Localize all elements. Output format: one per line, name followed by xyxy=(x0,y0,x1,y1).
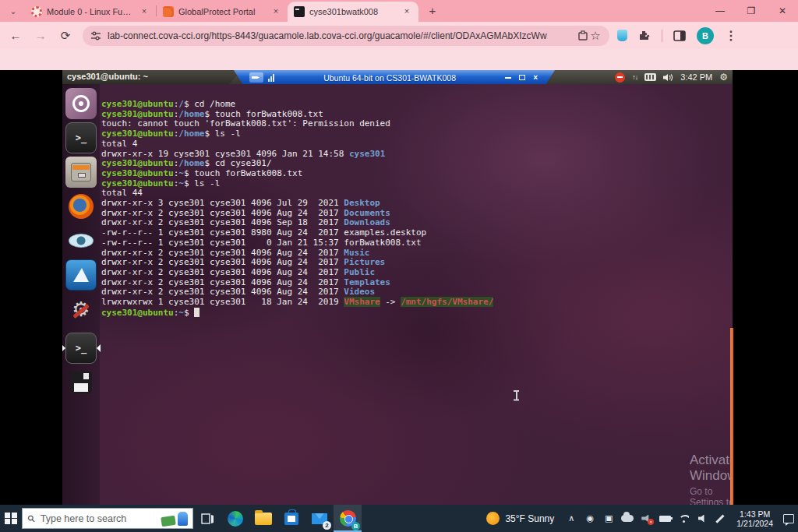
terminal-favicon-icon xyxy=(294,6,305,17)
terminal-window-title: cyse301@ubuntu: ~ xyxy=(67,72,148,81)
url-text: lab-connect.cova-cci.org/https-8443/guac… xyxy=(108,30,577,41)
sun-weather-icon xyxy=(486,512,500,525)
ubuntu-panel-tray: ↑↓ 3:42 PM ⚙ xyxy=(615,70,728,84)
orange-scrollbar[interactable] xyxy=(730,328,733,505)
floppy-disk-icon[interactable] xyxy=(65,367,97,398)
dash-home-icon[interactable] xyxy=(65,88,97,119)
vmware-tray-icon[interactable]: ▣ xyxy=(599,505,618,532)
save-share-icon[interactable] xyxy=(577,30,589,42)
file-explorer-icon[interactable] xyxy=(249,505,277,532)
vmware-pin-icon[interactable] xyxy=(249,72,263,83)
vmware-signal-icon xyxy=(268,74,274,82)
weather-text: 35°F Sunny xyxy=(505,513,554,524)
windows-logo-icon xyxy=(5,513,17,525)
tab-globalprotect[interactable]: GlobalProtect Portal × xyxy=(157,2,288,22)
remote-desktop-display[interactable]: cyse301@ubuntu: ~ ↑↓ 3:42 PM ⚙ Ubuntu 64… xyxy=(62,70,733,505)
password-extension-icon[interactable] xyxy=(617,30,627,41)
tab-search-button[interactable]: ⌄ xyxy=(6,4,20,18)
reload-button[interactable]: ⟳ xyxy=(56,26,75,45)
vmware-session-title: Ubuntu 64-bit on CS301-BWATK008 xyxy=(274,73,505,83)
keyboard-layout-icon[interactable] xyxy=(644,73,656,81)
action-center-icon[interactable] xyxy=(779,505,798,532)
network-arrows-icon[interactable]: ↑↓ xyxy=(632,73,637,81)
back-button[interactable]: ← xyxy=(6,26,25,45)
tab-guacamole-active[interactable]: cyse301bwatk008 × xyxy=(288,2,418,22)
forward-button[interactable]: → xyxy=(31,26,50,45)
terminal-launcher-icon[interactable]: >_ xyxy=(65,122,97,153)
update-notifier-icon[interactable] xyxy=(615,72,625,83)
toolbar-right-icons: B ⋮ xyxy=(617,27,737,44)
tab-close-icon[interactable]: × xyxy=(270,6,281,17)
edge-icon[interactable] xyxy=(221,505,249,532)
vmware-minimize-button[interactable] xyxy=(505,77,511,79)
unity-launcher: >_ ⚙ >_ xyxy=(62,84,100,505)
taskbar-clock[interactable]: 1:43 PM 1/21/2024 xyxy=(730,509,779,528)
browser-toolbar: ← → ⟳ lab-connect.cova-cci.org/https-844… xyxy=(0,22,798,49)
ubuntu-desktop[interactable]: >_ ⚙ >_ cyse301@ubuntu:/$ cd /homecyse30… xyxy=(62,84,733,505)
ubuntu-clock[interactable]: 3:42 PM xyxy=(680,72,712,82)
menu-kebab-icon[interactable]: ⋮ xyxy=(725,30,737,42)
address-bar[interactable]: lab-connect.cova-cci.org/https-8443/guac… xyxy=(83,26,609,46)
bookmark-star-icon[interactable]: ☆ xyxy=(589,30,602,42)
clock-time: 1:43 PM xyxy=(736,509,773,519)
terminal-output[interactable]: cyse301@ubuntu:/$ cd /homecyse301@ubuntu… xyxy=(101,100,493,318)
search-icon: ⚲ xyxy=(25,512,37,524)
tab-title: Module 0 - Linux Fundamental xyxy=(47,7,134,16)
system-tools-icon[interactable]: ⚙ xyxy=(65,294,97,325)
browser-tab-strip: ⌄ Module 0 - Linux Fundamental × GlobalP… xyxy=(0,0,798,22)
vmware-restore-button[interactable] xyxy=(519,75,525,80)
file-manager-icon[interactable] xyxy=(65,157,97,188)
window-minimize-button[interactable]: — xyxy=(704,0,736,22)
taskbar-search-input[interactable]: ⚲ Type here to search xyxy=(22,508,193,529)
microsoft-store-icon[interactable] xyxy=(277,505,305,532)
chrome-profile-badge: B xyxy=(351,522,360,530)
watermark-line1: Activate Windows xyxy=(690,453,733,484)
wifi-icon[interactable] xyxy=(674,505,693,532)
firefox-icon[interactable] xyxy=(65,191,97,222)
window-controls: — ❐ ✕ xyxy=(704,0,798,22)
audio-device-error-icon[interactable]: × xyxy=(637,505,655,532)
canvas-favicon-icon xyxy=(31,6,42,17)
tab-title: GlobalProtect Portal xyxy=(178,7,266,16)
vmware-close-button[interactable]: × xyxy=(533,74,538,82)
extensions-puzzle-icon[interactable] xyxy=(638,30,651,42)
record-tray-icon[interactable]: ◉ xyxy=(581,505,599,532)
task-view-button[interactable] xyxy=(193,505,221,532)
site-info-icon[interactable] xyxy=(90,30,101,41)
windows-ink-pen-icon[interactable] xyxy=(711,505,730,532)
terminal-line: cyse301@ubuntu:~$ ls -l xyxy=(101,179,493,189)
eye-viewer-icon[interactable] xyxy=(65,225,97,256)
window-close-button[interactable]: ✕ xyxy=(767,0,798,22)
terminal-line: cyse301@ubuntu:~$ xyxy=(101,308,493,319)
session-gear-icon[interactable]: ⚙ xyxy=(719,72,728,82)
search-highlight-illustration[interactable] xyxy=(160,509,191,528)
running-marker-icon xyxy=(62,344,65,352)
focused-marker-icon xyxy=(97,344,101,352)
mail-icon[interactable]: 2 xyxy=(305,505,334,532)
terminal-line: lrwxrwxrwx 1 cyse301 cyse301 18 Jan 24 2… xyxy=(101,298,493,308)
side-panel-icon[interactable] xyxy=(673,30,686,42)
clock-date: 1/21/2024 xyxy=(736,519,773,528)
speaker-icon[interactable] xyxy=(693,505,711,532)
tab-module0[interactable]: Module 0 - Linux Fundamental × xyxy=(25,2,156,22)
vmware-window-controls: × xyxy=(505,74,538,82)
battery-icon[interactable] xyxy=(655,505,674,532)
tab-close-icon[interactable]: × xyxy=(401,6,412,17)
watermark-line2: Go to Settings to activate Windows. xyxy=(690,486,733,505)
terminal-line: cyse301@ubuntu:/home$ ls -l xyxy=(101,129,493,139)
tab-close-icon[interactable]: × xyxy=(139,6,150,17)
wireshark-icon[interactable] xyxy=(65,259,97,291)
new-tab-button[interactable]: + xyxy=(425,3,440,19)
window-restore-button[interactable]: ❐ xyxy=(736,0,767,22)
terminal-active-icon[interactable]: >_ xyxy=(65,333,97,364)
activate-windows-watermark: Activate Windows Go to Settings to activ… xyxy=(690,453,733,505)
toolbar-lower-band xyxy=(0,49,798,70)
hidden-icons-chevron[interactable]: ∧ xyxy=(562,505,581,532)
start-button[interactable] xyxy=(0,505,22,532)
weather-widget[interactable]: 35°F Sunny xyxy=(478,512,562,525)
chrome-taskbar-icon[interactable]: B xyxy=(334,505,362,532)
profile-avatar[interactable]: B xyxy=(697,27,714,44)
onedrive-cloud-icon[interactable] xyxy=(618,505,637,532)
volume-icon[interactable] xyxy=(663,73,673,82)
tab-title: cyse301bwatk008 xyxy=(309,7,397,16)
